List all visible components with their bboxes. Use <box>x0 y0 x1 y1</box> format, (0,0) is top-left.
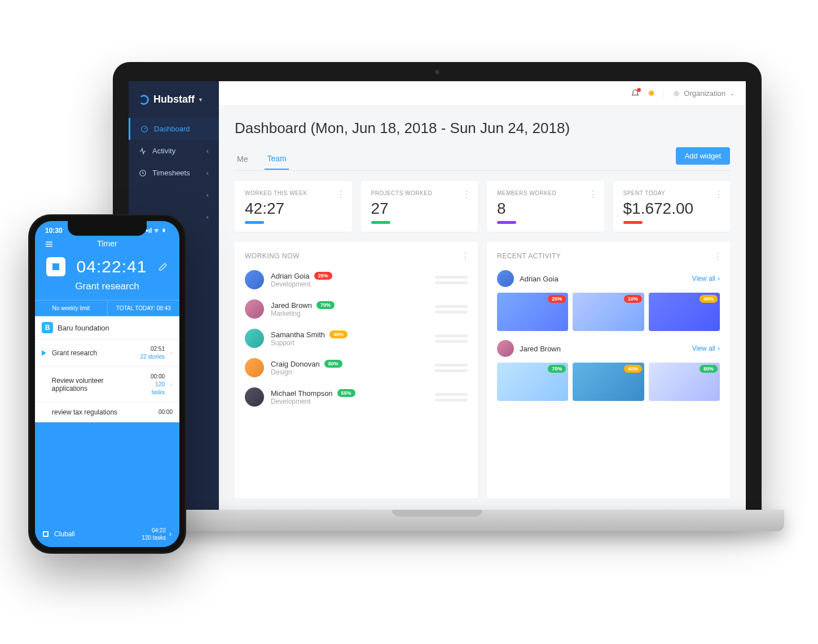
working-now-row[interactable]: Michael Thompson 55% Development <box>245 387 468 407</box>
phone-footer[interactable]: Cluball 04:22 120 tasks › <box>35 521 179 547</box>
notification-bell-icon[interactable] <box>631 89 640 98</box>
brand[interactable]: Hubstaff ▾ <box>129 81 219 118</box>
working-now-row[interactable]: Jared Brown 70% Marketing <box>245 299 468 319</box>
chevron-right-icon: › <box>718 345 720 352</box>
topbar: ✸ Organization ⌄ <box>219 81 746 106</box>
footer-sub: 120 tasks <box>142 534 166 541</box>
activity-bars <box>435 276 468 284</box>
chevron-right-icon: › <box>170 349 173 357</box>
sidebar-item-timesheets[interactable]: Timesheets ‹ <box>129 162 219 184</box>
tab-team[interactable]: Team <box>265 148 288 170</box>
page-title: Dashboard (Mon, Jun 18, 2018 - Sun Jun 2… <box>235 120 730 137</box>
page-header: Dashboard (Mon, Jun 18, 2018 - Sun Jun 2… <box>219 106 746 171</box>
task-name: Review volunteer applications <box>52 377 137 392</box>
sidebar-item-hidden-1[interactable]: ‹ <box>129 184 219 206</box>
chevron-down-icon: ⌄ <box>730 90 735 96</box>
main: ✸ Organization ⌄ Dashboard (Mon, Jun 18,… <box>219 81 746 510</box>
member-name: Adrian Goia <box>520 275 558 283</box>
more-icon[interactable]: ⋮ <box>462 189 471 200</box>
menu-icon[interactable] <box>44 239 54 249</box>
screenshot-thumb[interactable]: 25% <box>497 293 568 331</box>
more-icon[interactable]: ⋮ <box>461 251 470 262</box>
activity-badge: 40% <box>329 330 348 338</box>
activity-badge: 55% <box>337 389 355 397</box>
stat-card: ⋮ SPENT TODAY $1.672.00 <box>613 181 731 232</box>
organization-selector[interactable]: Organization ⌄ <box>663 89 735 98</box>
member-name: Jared Brown 70% <box>271 301 335 310</box>
working-now-row[interactable]: Samantha Smith 40% Support <box>245 329 468 348</box>
working-now-row[interactable]: Adrian Goia 25% Development <box>245 270 468 289</box>
working-now-panel: ⋮ WORKING NOW Adrian Goia 25% Developmen… <box>235 242 478 499</box>
stat-label: PROJECTS WORKED <box>371 190 468 196</box>
sidebar-item-activity[interactable]: Activity ‹ <box>129 140 219 162</box>
avatar <box>245 358 264 377</box>
activity-badge: 70% <box>548 365 566 373</box>
avatar <box>245 387 264 407</box>
sidebar-item-dashboard[interactable]: Dashboard <box>129 118 219 140</box>
stat-card: ⋮ PROJECTS WORKED 27 <box>361 181 478 232</box>
avatar <box>245 299 264 319</box>
tab-me[interactable]: Me <box>235 149 250 169</box>
laptop-camera <box>435 70 439 74</box>
more-icon[interactable]: ⋮ <box>336 189 345 200</box>
screenshot-thumb[interactable]: 70% <box>497 363 568 401</box>
activity-badge: 10% <box>624 295 642 303</box>
activity-badge: 80% <box>700 365 718 373</box>
brand-logo-icon <box>139 95 149 105</box>
footer-project: Cluball <box>54 530 75 538</box>
working-now-row[interactable]: Craig Donovan 80% Design <box>245 358 468 377</box>
screenshot-thumb[interactable]: 40% <box>649 293 720 331</box>
chevron-right-icon: › <box>169 530 171 538</box>
more-icon[interactable]: ⋮ <box>714 189 723 200</box>
project-header-name: Baru foundation <box>58 324 109 332</box>
task-row[interactable]: review tax regulations 00:00 <box>35 403 179 422</box>
activity-badge: 40% <box>700 295 718 303</box>
stop-button[interactable] <box>46 257 65 276</box>
screenshot-thumb[interactable]: 40% <box>573 363 644 401</box>
stop-outline-icon <box>43 531 49 537</box>
edit-icon[interactable] <box>158 262 168 272</box>
timer-value: 04:22:41 <box>77 257 147 276</box>
task-row[interactable]: Review volunteer applications 00:00120 t… <box>35 367 179 403</box>
avatar <box>497 270 514 287</box>
member-dept: Marketing <box>271 310 335 317</box>
project-header[interactable]: B Baru foundation <box>35 316 179 339</box>
stat-value: $1.672.00 <box>623 200 720 218</box>
more-icon[interactable]: ⋮ <box>713 251 722 262</box>
task-time: 00:00 <box>159 408 173 416</box>
weekly-limit: No weekly limit <box>35 301 108 316</box>
view-all-link[interactable]: View all › <box>692 345 720 352</box>
activity-bars <box>435 393 468 402</box>
avatar <box>245 329 264 348</box>
chevron-left-icon: ‹ <box>206 213 209 221</box>
more-icon[interactable]: ⋮ <box>588 189 597 200</box>
chevron-left-icon: ‹ <box>206 191 209 199</box>
notification-dot <box>637 88 641 92</box>
task-time: 00:00 <box>142 373 165 381</box>
chevron-right-icon: › <box>170 381 173 389</box>
recent-activity-row: Jared Brown View all › 70%40%80% <box>497 340 720 401</box>
brand-name: Hubstaff <box>153 94 195 105</box>
stat-bar <box>497 221 516 224</box>
stat-bar <box>623 221 643 224</box>
task-name: Grant research <box>52 349 97 357</box>
screenshot-thumb[interactable]: 80% <box>649 363 720 401</box>
member-name: Craig Donovan 80% <box>271 360 342 368</box>
stat-value: 27 <box>371 200 468 218</box>
panel-title: RECENT ACTIVITY <box>497 252 720 260</box>
task-time: 02:51 <box>140 345 165 353</box>
activity-bars <box>435 305 468 314</box>
stop-icon <box>52 263 59 270</box>
member-dept: Design <box>271 368 342 376</box>
screenshot-thumb[interactable]: 10% <box>573 293 644 331</box>
chevron-right-icon: › <box>718 275 720 283</box>
activity-badge: 25% <box>314 272 332 280</box>
task-row[interactable]: Grant research 02:5122 stories› <box>35 339 179 367</box>
member-dept: Support <box>271 339 348 347</box>
stat-card: ⋮ WORKED THIS WEEK 42:27 <box>235 181 352 232</box>
project-badge: B <box>42 322 53 333</box>
add-widget-button[interactable]: Add widget <box>676 147 730 165</box>
view-all-link[interactable]: View all › <box>692 275 720 283</box>
sun-icon[interactable]: ✸ <box>648 88 655 99</box>
member-name: Jared Brown <box>520 345 561 353</box>
